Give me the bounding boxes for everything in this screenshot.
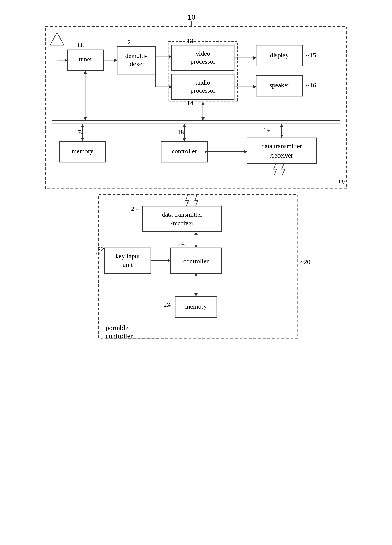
memory-label-tv: memory bbox=[72, 148, 93, 155]
arrow-bus-processor-up bbox=[201, 102, 205, 105]
key-label1: key input bbox=[116, 253, 140, 260]
arrow-antenna-tuner bbox=[65, 59, 68, 62]
lightning-pc-2 bbox=[195, 195, 198, 206]
pc-label1: portable bbox=[106, 324, 128, 331]
arrow-audio-speaker bbox=[254, 85, 256, 88]
arrow-tuner-demux bbox=[114, 59, 117, 62]
arrow-processor-bus-down bbox=[201, 118, 205, 120]
controller-ref-tv: 18 bbox=[177, 129, 184, 136]
arrow-ctrl-bus-up bbox=[183, 124, 186, 127]
arrow-bus-memory-down bbox=[81, 138, 84, 141]
arrow-bus-tuner-up bbox=[84, 71, 87, 74]
svg-text:10: 10 bbox=[187, 13, 195, 21]
arrow-demux-audio bbox=[169, 85, 172, 88]
antenna-icon bbox=[50, 32, 64, 58]
memory-ref-pc: 23 bbox=[164, 301, 170, 308]
tuner-label: tuner bbox=[79, 56, 92, 63]
demux-label1: demulti- bbox=[125, 52, 147, 59]
key-input-box bbox=[105, 248, 151, 273]
video-label2: processor bbox=[190, 58, 215, 65]
key-label2: unit bbox=[123, 261, 133, 268]
data-tx-label2-tv: /receiver bbox=[270, 152, 293, 159]
svg-marker-2 bbox=[50, 32, 64, 45]
video-ref: 13 bbox=[187, 37, 193, 44]
lightning-pc-1 bbox=[186, 195, 189, 206]
controller-label-tv: controller bbox=[172, 148, 197, 155]
arrow-tuner-bus-down bbox=[84, 118, 87, 120]
data-tx-label2-pc: /receiver bbox=[171, 220, 194, 227]
block-diagram: 10 TV tuner 11 demulti- plexer 12 bbox=[34, 9, 358, 542]
arrow-datatx-ctrl-pc-down bbox=[194, 245, 198, 248]
display-label: display bbox=[270, 51, 289, 59]
speaker-ref: ~16 bbox=[306, 81, 316, 89]
diagram-container: 10 TV tuner 11 demulti- plexer 12 bbox=[14, 9, 378, 542]
lightning-tv-1 bbox=[274, 163, 277, 175]
lightning-tv-2 bbox=[282, 163, 285, 175]
controller-label-pc: controller bbox=[183, 258, 209, 265]
speaker-label: speaker bbox=[269, 81, 289, 89]
data-tx-label1-pc: data transmitter bbox=[162, 211, 203, 218]
audio-label2: processor bbox=[190, 87, 215, 94]
data-tx-box-pc bbox=[143, 206, 222, 232]
arrow-bus-datatx-down bbox=[280, 135, 283, 138]
memory-ref-tv: 17 bbox=[74, 129, 81, 136]
arrow-datatx-bus-up bbox=[280, 124, 283, 127]
controller-ref-pc: 24 bbox=[177, 240, 184, 247]
arrow-ctrl-datatx-right bbox=[244, 150, 247, 153]
demux-ref: 12 bbox=[124, 39, 131, 46]
data-tx-ref-tv: 19 bbox=[263, 126, 270, 133]
memory-label-pc: memory bbox=[185, 303, 207, 310]
arrow-ctrl-mem-pc-down bbox=[194, 293, 198, 297]
pc-label2: controller bbox=[106, 332, 133, 340]
arrow-mem-ctrl-pc-up bbox=[194, 273, 198, 276]
tuner-ref: 11 bbox=[77, 42, 83, 49]
display-ref: ~15 bbox=[306, 51, 316, 59]
arrow-video-display bbox=[254, 56, 256, 60]
data-tx-box-tv bbox=[247, 138, 317, 163]
pc-ref: ~20 bbox=[300, 258, 310, 266]
arrow-memory-bus-up bbox=[81, 124, 84, 127]
arrow-bus-ctrl-down bbox=[183, 138, 186, 141]
key-ref: 22 bbox=[98, 246, 104, 253]
arrow-key-ctrl-pc bbox=[168, 259, 170, 262]
arrow-ctrl-datatx-pc-up bbox=[194, 232, 198, 235]
tv-label: TV bbox=[337, 178, 346, 186]
arrow-demux-video bbox=[169, 55, 172, 58]
data-tx-label1-tv: data transmitter bbox=[261, 142, 302, 150]
data-tx-ref-pc: 21 bbox=[131, 205, 138, 212]
demux-label2: plexer bbox=[128, 60, 145, 67]
audio-ref: 14 bbox=[187, 99, 193, 107]
video-label1: video bbox=[196, 50, 210, 57]
audio-label1: audio bbox=[196, 79, 210, 86]
